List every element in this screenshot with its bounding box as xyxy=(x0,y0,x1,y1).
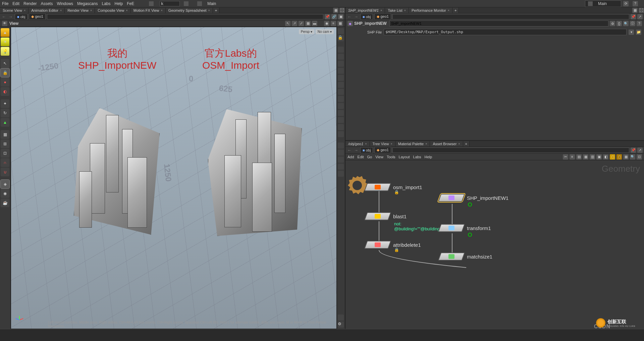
viewport-3d[interactable]: -1250 0 625 1250 xyxy=(11,27,337,329)
tool-snap1-icon[interactable]: ▦ xyxy=(1,130,9,139)
disp-opt-8-icon[interactable] xyxy=(338,89,344,95)
nav-back-icon[interactable]: ← xyxy=(1,14,7,19)
lock-icon[interactable]: 🔒 xyxy=(338,35,344,41)
node-blast1[interactable]: blast1 xyxy=(366,212,407,220)
net-menu-layout[interactable]: Layout xyxy=(399,155,410,159)
jump-icon[interactable]: ↗ xyxy=(637,148,643,153)
nav-fwd-icon[interactable]: → xyxy=(354,14,359,19)
jump-icon[interactable]: ↗ xyxy=(637,14,643,19)
tool-cup-icon[interactable]: ☕ xyxy=(1,198,9,207)
info-icon[interactable]: ⓘ xyxy=(630,21,635,26)
pane-expand-icon[interactable]: ⛶ xyxy=(339,8,345,13)
tab-add[interactable]: + xyxy=(463,141,470,147)
sel-mode-3-icon[interactable]: ⤢ xyxy=(299,21,304,26)
pin-icon[interactable]: 📌 xyxy=(631,148,636,153)
disp-opt-17-icon[interactable] xyxy=(338,157,344,163)
tool-select-icon[interactable]: ↖ xyxy=(1,59,9,68)
menu-fee[interactable]: FeE xyxy=(127,1,134,6)
key-icon[interactable] xyxy=(149,1,154,6)
net-tool-1-icon[interactable]: ✂ xyxy=(563,154,568,160)
net-menu-help[interactable]: Help xyxy=(424,155,432,159)
net-search-icon[interactable]: 🔍 xyxy=(630,154,635,160)
menu-help[interactable]: Help xyxy=(115,1,123,6)
close-icon[interactable]: × xyxy=(380,9,382,12)
network-view[interactable]: Geometry osm_import1 🔒 SHP_importNEW xyxy=(345,160,644,329)
net-tool-9-icon[interactable]: ▢ xyxy=(616,154,622,160)
tool-magnet-icon[interactable]: ∩ xyxy=(1,158,9,167)
search-icon[interactable]: 🔍 xyxy=(623,21,629,26)
net-tool-2-icon[interactable]: ≡ xyxy=(570,154,575,160)
close-icon[interactable]: × xyxy=(390,142,392,146)
help2-icon[interactable]: ? xyxy=(637,21,642,26)
crumb-obj[interactable]: ■ obj xyxy=(360,14,373,20)
tool-red1-icon[interactable]: ● xyxy=(1,78,9,87)
disp-opt-14-icon[interactable] xyxy=(338,131,344,137)
node-type-icon[interactable]: ◆ xyxy=(347,21,353,26)
tab-asset-browser[interactable]: Asset Browser× xyxy=(430,141,463,147)
pane-menu-icon[interactable]: ▦ xyxy=(333,8,338,13)
tab-animation-editor[interactable]: Animation Editor× xyxy=(29,8,65,13)
net-tool-3-icon[interactable]: ▤ xyxy=(576,154,582,160)
menu-render[interactable]: Render xyxy=(23,1,37,6)
pin-icon[interactable]: 📌 xyxy=(631,14,636,19)
disp-opt-11-icon[interactable] xyxy=(338,110,344,116)
help-icon[interactable]: ? xyxy=(633,1,638,6)
sel-mode-4-icon[interactable]: ▦ xyxy=(305,21,311,26)
view-opt-1-icon[interactable]: ◉ xyxy=(324,21,329,26)
link-icon[interactable]: 🔗 xyxy=(331,14,337,19)
tool-bulb-icon[interactable]: 💡 xyxy=(1,47,9,56)
code-icon[interactable]: {} xyxy=(616,21,622,26)
menu-megascans[interactable]: Megascans xyxy=(77,1,98,6)
tool-rotate-icon[interactable]: ↻ xyxy=(1,109,9,117)
tab-geo-spreadsheet[interactable]: Geometry Spreadsheet× xyxy=(166,8,213,13)
tool-cube-icon[interactable]: ◈ xyxy=(1,180,9,188)
node-matchsize1[interactable]: matchsize1 xyxy=(439,252,492,261)
disp-opt-18-icon[interactable] xyxy=(338,164,344,170)
pane-expand-icon[interactable]: ⛶ xyxy=(639,8,644,13)
node-osm-import1[interactable]: osm_import1 🔒 xyxy=(366,183,422,191)
crumb-geo1[interactable]: ◆ geo1 xyxy=(374,147,391,153)
menu-windows[interactable]: Windows xyxy=(57,1,73,6)
tab-render-view[interactable]: Render View× xyxy=(65,8,95,13)
desktop-icon[interactable] xyxy=(197,1,202,6)
path-field[interactable] xyxy=(392,148,629,153)
net-tool-12-icon[interactable]: ⊡ xyxy=(637,154,642,160)
snapshot-icon[interactable]: ▣ xyxy=(338,14,343,19)
net-tool-4-icon[interactable]: ▦ xyxy=(583,154,588,160)
menu-edit[interactable]: Edit xyxy=(12,1,19,6)
current-desktop[interactable]: Main xyxy=(207,1,216,6)
disp-opt-9-icon[interactable] xyxy=(338,96,344,102)
close-icon[interactable]: × xyxy=(425,142,427,146)
disp-opt-6-icon[interactable] xyxy=(338,75,344,81)
tool-move-icon[interactable]: ✦ xyxy=(1,99,9,108)
close-icon[interactable]: × xyxy=(24,9,25,12)
tab-perf-monitor[interactable]: Performance Monitor× xyxy=(409,8,452,13)
close-icon[interactable]: × xyxy=(365,142,367,146)
tab-obj-geo1-path[interactable]: /obj/geo1× xyxy=(345,141,370,147)
net-menu-view[interactable]: View xyxy=(375,155,383,159)
net-menu-add[interactable]: Add xyxy=(347,155,354,159)
disp-opt-2-icon[interactable] xyxy=(338,47,344,53)
node-name-field[interactable] xyxy=(389,20,608,26)
view-opt-2-icon[interactable]: ≡ xyxy=(331,21,336,26)
close-icon[interactable]: × xyxy=(126,9,127,12)
net-tool-8-icon[interactable]: ▢ xyxy=(610,154,615,160)
close-icon[interactable]: × xyxy=(90,9,92,12)
camera-selector[interactable]: No cam ▾ xyxy=(316,29,334,34)
tab-motion-fx[interactable]: Motion FX View× xyxy=(131,8,166,13)
tool-snap2-icon[interactable]: ⊞ xyxy=(1,139,9,148)
node-transform1[interactable]: transform1 xyxy=(439,224,491,232)
tab-material-palette[interactable]: Material Palette× xyxy=(395,141,430,147)
sel-mode-5-icon[interactable]: ▬ xyxy=(312,21,317,26)
tab-tree-view[interactable]: Tree View× xyxy=(370,141,395,147)
tool-magnet2-icon[interactable]: ∪ xyxy=(1,168,9,176)
net-menu-tools[interactable]: Tools xyxy=(387,155,395,159)
shp-file-field[interactable] xyxy=(384,29,627,35)
menu-labs[interactable]: Labs xyxy=(102,1,110,6)
disp-opt-20-icon[interactable] xyxy=(338,315,344,321)
net-menu-go[interactable]: Go xyxy=(367,155,372,159)
disp-opt-13-icon[interactable] xyxy=(338,124,344,130)
pane-menu-icon[interactable]: ▦ xyxy=(632,8,638,13)
close-icon[interactable]: × xyxy=(448,9,449,12)
file-chooser-icon[interactable]: 📁 xyxy=(636,30,641,35)
